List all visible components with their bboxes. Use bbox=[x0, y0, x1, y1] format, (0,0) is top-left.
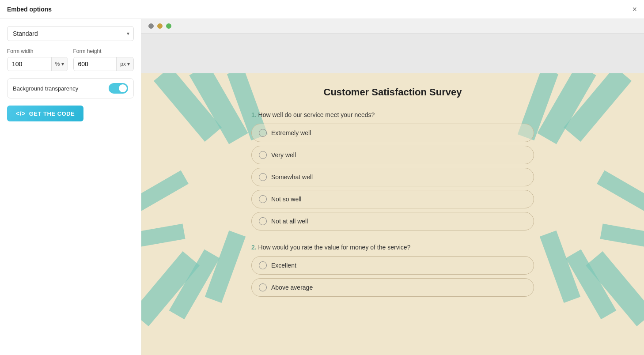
background-transparency-label: Background transparency bbox=[13, 85, 78, 92]
question-2-text: 2. How would you rate the value for mone… bbox=[251, 244, 534, 251]
embed-type-select[interactable]: Standard Popup Slider bbox=[7, 26, 134, 41]
radio-circle-6 bbox=[259, 261, 267, 269]
browser-dot-minimize bbox=[157, 23, 163, 29]
question-1-body: How well do our service meet your needs? bbox=[258, 111, 375, 118]
stripe-15 bbox=[597, 170, 644, 215]
option-very-well[interactable]: Very well bbox=[251, 146, 534, 164]
radio-circle-3 bbox=[259, 173, 267, 181]
radio-circle-4 bbox=[259, 195, 267, 203]
main-layout: Standard Popup Slider ▾ Form width % ▾ F… bbox=[0, 19, 644, 355]
option-label-4: Not so well bbox=[271, 196, 301, 203]
get-code-button[interactable]: </> GET THE CODE bbox=[7, 106, 83, 121]
form-height-input[interactable] bbox=[74, 57, 117, 71]
radio-circle-1 bbox=[259, 129, 267, 137]
radio-circle-5 bbox=[259, 217, 267, 225]
stripe-16 bbox=[600, 224, 644, 250]
right-panel: Customer Satisfaction Survey 1. How well… bbox=[141, 19, 644, 355]
question-1-number: 1. bbox=[251, 111, 257, 118]
left-panel: Standard Popup Slider ▾ Form width % ▾ F… bbox=[0, 19, 141, 355]
form-width-input[interactable] bbox=[8, 57, 51, 71]
stripe-14 bbox=[141, 224, 185, 250]
option-label-2: Very well bbox=[271, 151, 296, 159]
survey-title: Customer Satisfaction Survey bbox=[251, 87, 534, 98]
browser-chrome bbox=[141, 19, 644, 34]
chevron-down-icon-width: ▾ bbox=[61, 61, 64, 67]
dimensions-row: Form width % ▾ Form height px ▾ bbox=[7, 48, 134, 71]
question-2-block: 2. How would you rate the value for mone… bbox=[251, 244, 534, 297]
radio-circle-2 bbox=[259, 151, 267, 159]
option-label-7: Above average bbox=[271, 284, 313, 291]
modal-title: Embed options bbox=[7, 6, 52, 13]
question-1-text: 1. How well do our service meet your nee… bbox=[251, 111, 534, 118]
option-excellent[interactable]: Excellent bbox=[251, 256, 534, 275]
form-width-unit-btn[interactable]: % ▾ bbox=[51, 57, 68, 71]
modal-header: Embed options × bbox=[0, 0, 644, 19]
option-label-5: Not at all well bbox=[271, 218, 308, 225]
chevron-down-icon-height: ▾ bbox=[127, 61, 130, 67]
toggle-slider bbox=[109, 83, 128, 94]
browser-dot-close bbox=[148, 23, 154, 29]
form-width-group: Form width % ▾ bbox=[7, 48, 68, 71]
question-2-body: How would you rate the value for money o… bbox=[258, 244, 411, 251]
survey-container: Customer Satisfaction Survey 1. How well… bbox=[141, 73, 644, 355]
form-width-label: Form width bbox=[7, 48, 68, 54]
background-transparency-toggle[interactable] bbox=[109, 83, 128, 94]
gray-preview-area bbox=[141, 34, 644, 73]
option-label-6: Excellent bbox=[271, 262, 296, 269]
get-code-label: GET THE CODE bbox=[29, 110, 75, 117]
form-height-input-row: px ▾ bbox=[73, 57, 134, 71]
embed-type-dropdown[interactable]: Standard Popup Slider ▾ bbox=[7, 26, 134, 41]
question-2-number: 2. bbox=[251, 244, 257, 251]
survey-inner: Customer Satisfaction Survey 1. How well… bbox=[242, 87, 543, 297]
radio-circle-7 bbox=[259, 283, 267, 291]
option-above-average[interactable]: Above average bbox=[251, 278, 534, 297]
background-transparency-row: Background transparency bbox=[7, 78, 134, 98]
browser-dot-maximize bbox=[166, 23, 171, 29]
option-not-so-well[interactable]: Not so well bbox=[251, 190, 534, 208]
question-1-block: 1. How well do our service meet your nee… bbox=[251, 111, 534, 230]
option-extremely-well[interactable]: Extremely well bbox=[251, 124, 534, 142]
option-somewhat-well[interactable]: Somewhat well bbox=[251, 168, 534, 186]
form-width-input-row: % ▾ bbox=[7, 57, 68, 71]
stripe-13 bbox=[141, 170, 189, 215]
code-icon: </> bbox=[16, 110, 26, 117]
preview-scroll-container[interactable]: Customer Satisfaction Survey 1. How well… bbox=[141, 73, 644, 355]
option-not-at-all-well[interactable]: Not at all well bbox=[251, 212, 534, 230]
form-height-unit-btn[interactable]: px ▾ bbox=[116, 57, 133, 71]
form-height-group: Form height px ▾ bbox=[73, 48, 134, 71]
form-width-unit: % bbox=[55, 61, 60, 67]
close-button[interactable]: × bbox=[632, 5, 637, 13]
form-height-label: Form height bbox=[73, 48, 134, 54]
form-height-unit: px bbox=[120, 61, 126, 67]
option-label-3: Somewhat well bbox=[271, 174, 313, 181]
option-label-1: Extremely well bbox=[271, 129, 311, 136]
